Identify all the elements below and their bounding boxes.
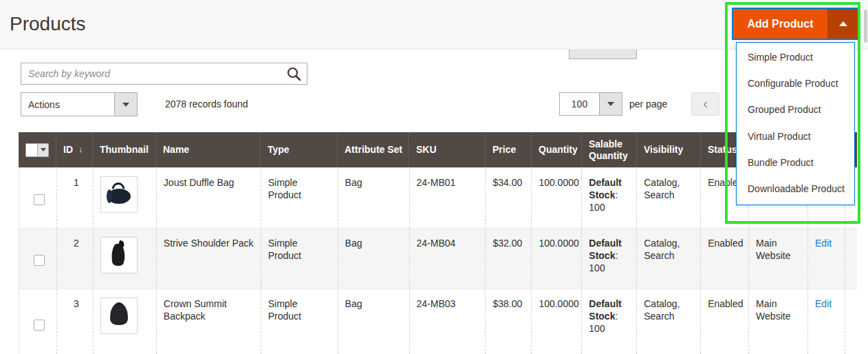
chevron-down-icon [122, 103, 129, 107]
attribute-set-cell-text: Bag [345, 177, 362, 188]
column-header-sku[interactable]: SKU [409, 132, 485, 167]
id-cell: 2 [56, 229, 93, 289]
partially-hidden-toolbar-button[interactable] [569, 50, 637, 59]
sku-cell: 24-MB01 [409, 168, 486, 228]
attribute-set-cell-text: Bag [345, 298, 362, 309]
visibility-cell: Catalog, Search [636, 289, 700, 354]
column-header-label: Quantity [539, 144, 578, 155]
column-header-visibility[interactable]: Visibility [636, 132, 700, 167]
sku-cell: 24-MB04 [409, 229, 486, 289]
status-cell: Enabled [700, 229, 748, 289]
select-all-toggle[interactable] [38, 144, 48, 156]
type-cell: Simple Product [261, 168, 338, 228]
id-cell: 1 [56, 168, 93, 228]
id-cell-text: 3 [74, 298, 79, 309]
column-header-label: Visibility [644, 144, 683, 155]
edit-link[interactable]: Edit [815, 298, 832, 309]
thumbnail-cell [93, 168, 156, 228]
scrollbar-thumb[interactable] [864, 10, 867, 43]
price-cell: $34.00 [485, 168, 531, 228]
name-cell: Strive Shoulder Pack [156, 229, 261, 289]
column-header-name[interactable]: Name [155, 132, 260, 167]
actions-select[interactable]: Actions [21, 92, 138, 116]
column-header-type[interactable]: Type [260, 132, 337, 167]
thumbnail-cell [93, 229, 156, 289]
column-header-label: Attribute Set [345, 144, 402, 155]
duffle-bag-image [104, 179, 134, 209]
attribute-set-cell-text: Bag [345, 238, 362, 249]
menu-item-virtual-product[interactable]: Virtual Product [737, 123, 854, 149]
column-header-price[interactable]: Price [485, 132, 531, 167]
visibility-cell-text: Catalog, Search [644, 298, 680, 322]
price-cell-text: $34.00 [492, 177, 522, 188]
status-cell-text: Enabled [708, 238, 743, 249]
grid-header-row: ID↓ThumbnailNameTypeAttribute SetSKUPric… [19, 132, 857, 167]
stub-cell [845, 289, 857, 354]
product-thumbnail [100, 298, 138, 334]
id-cell-text: 2 [74, 238, 79, 249]
chevron-down-icon [41, 148, 46, 152]
column-header-thumbnail[interactable]: Thumbnail [92, 132, 155, 167]
row-checkbox[interactable] [34, 255, 45, 266]
column-header-attribute-set[interactable]: Attribute Set [337, 132, 409, 167]
quantity-cell: 100.0000 [531, 168, 581, 228]
id-cell-text: 1 [74, 177, 79, 188]
action-cell: Edit [807, 229, 845, 289]
records-found-label: 2078 records found [165, 92, 248, 116]
add-product-button[interactable]: Add Product [732, 8, 860, 40]
keyword-search-box [21, 63, 307, 85]
name-cell-text: Joust Duffle Bag [164, 177, 234, 188]
salable-quantity-cell: Default Stock: 100 [581, 289, 636, 354]
row-checkbox[interactable] [34, 194, 45, 205]
product-thumbnail [100, 176, 138, 213]
attribute-set-cell: Bag [338, 289, 409, 354]
table-row: 3Crown Summit BackpackSimple ProductBag2… [19, 289, 857, 354]
column-header-salable-quantity[interactable]: Salable Quantity [581, 132, 636, 167]
table-row: 2Strive Shoulder PackSimple ProductBag24… [19, 228, 857, 289]
row-checkbox[interactable] [34, 320, 45, 331]
edit-link[interactable]: Edit [815, 238, 832, 249]
per-page-select[interactable]: 100 [559, 92, 622, 116]
add-product-toggle[interactable] [827, 9, 859, 39]
price-cell: $32.00 [485, 229, 531, 289]
price-cell-text: $38.00 [492, 298, 522, 309]
salable-qty-value: 100 [589, 323, 605, 334]
quantity-cell-text: 100.0000 [539, 298, 578, 309]
select-all-checkbox[interactable] [26, 144, 38, 156]
column-header-label: Salable Quantity [589, 138, 632, 160]
search-button[interactable] [285, 65, 303, 83]
column-header-quantity[interactable]: Quantity [531, 132, 581, 167]
name-cell-text: Crown Summit Backpack [164, 298, 227, 322]
salable-quantity-cell: Default Stock: 100 [581, 168, 636, 228]
websites-cell: Main Website [748, 229, 807, 289]
visibility-cell-text: Catalog, Search [644, 238, 680, 261]
menu-item-simple-product[interactable]: Simple Product [737, 44, 854, 70]
column-header-id[interactable]: ID↓ [56, 132, 92, 167]
thumbnail-cell [93, 289, 156, 354]
salable-quantity-cell: Default Stock: 100 [581, 229, 636, 289]
column-header-label: Price [492, 144, 516, 155]
action-cell: Edit [807, 289, 845, 354]
actions-select-toggle[interactable] [114, 93, 137, 116]
chevron-up-icon [839, 21, 847, 26]
previous-page-button[interactable]: ‹ [691, 92, 719, 116]
salable-stock-label: Default Stock [589, 298, 621, 322]
products-grid: ID↓ThumbnailNameTypeAttribute SetSKUPric… [19, 132, 857, 354]
menu-item-configurable-product[interactable]: Configurable Product [737, 70, 854, 96]
salable-qty-value: 100 [589, 262, 605, 273]
search-input[interactable] [21, 63, 283, 84]
select-cell [19, 289, 56, 354]
table-row: 1Joust Duffle BagSimple ProductBag24-MB0… [19, 167, 857, 228]
type-cell-text: Simple Product [268, 298, 301, 322]
per-page-select-toggle[interactable] [599, 93, 622, 115]
menu-item-downloadable-product[interactable]: Downloadable Product [737, 176, 854, 202]
select-all-dropdown[interactable] [25, 143, 49, 157]
attribute-set-cell: Bag [338, 168, 409, 228]
add-product-menu: Simple ProductConfigurable ProductGroupe… [736, 42, 855, 205]
type-cell: Simple Product [261, 289, 338, 354]
product-thumbnail [100, 237, 138, 273]
column-header-label: Type [268, 144, 290, 155]
menu-item-bundle-product[interactable]: Bundle Product [737, 149, 854, 176]
sku-cell-text: 24-MB01 [417, 177, 456, 188]
menu-item-grouped-product[interactable]: Grouped Product [737, 96, 854, 123]
